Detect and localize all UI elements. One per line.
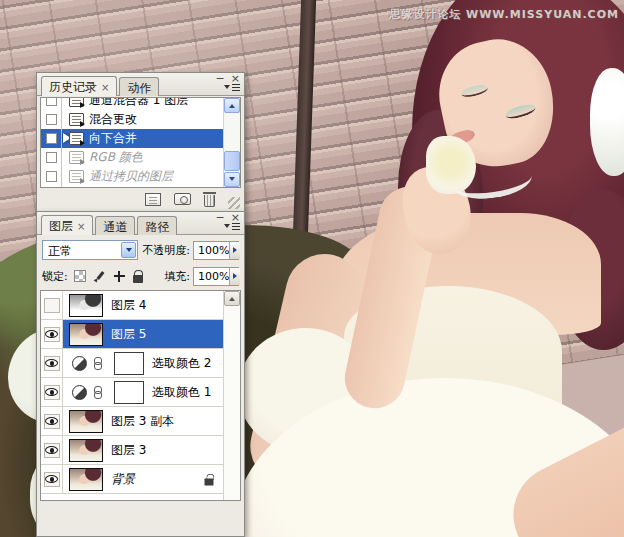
visibility-toggle-empty[interactable] <box>44 298 60 313</box>
layer-name: 图层 3 副本 <box>111 413 174 430</box>
history-source-checkbox[interactable] <box>46 152 57 163</box>
new-document-from-state-icon[interactable] <box>145 193 161 206</box>
layer-thumbnail[interactable] <box>69 468 103 491</box>
chevron-down-icon[interactable] <box>121 242 136 258</box>
resize-grip[interactable] <box>228 197 240 209</box>
history-state-label: 通道混合器 1 图层 <box>89 97 188 109</box>
layer-thumbnail[interactable] <box>69 294 103 317</box>
history-state-icon <box>69 113 84 126</box>
history-scrollbar[interactable] <box>223 98 240 187</box>
blend-mode-select[interactable]: 正常 <box>42 240 138 260</box>
history-state-row[interactable]: RGB 颜色 <box>41 148 223 167</box>
tab-history[interactable]: 历史记录 × <box>41 76 117 96</box>
background-layer-row[interactable]: 背景 <box>41 465 223 494</box>
history-source-checkbox[interactable] <box>46 114 57 125</box>
tab-close-icon[interactable]: × <box>77 221 85 232</box>
layer-name: 图层 3 <box>111 442 146 459</box>
history-state-label: 混合更改 <box>89 111 137 128</box>
history-source-checkbox[interactable] <box>46 133 57 144</box>
history-source-checkbox[interactable] <box>46 171 57 182</box>
fill-input[interactable]: 100% <box>193 267 239 286</box>
visibility-toggle[interactable] <box>44 356 60 371</box>
blend-mode-value: 正常 <box>48 244 72 258</box>
panel-menu-icon[interactable] <box>224 221 240 231</box>
history-list: 通道混合器 1 图层 混合更改 向下合并 RGB 颜色 <box>40 97 241 188</box>
eye-icon <box>45 330 58 338</box>
eye-icon <box>45 388 58 396</box>
eye-icon <box>45 359 58 367</box>
visibility-toggle[interactable] <box>44 385 60 400</box>
adjustment-layer-row[interactable]: 选取颜色 1 <box>41 378 223 407</box>
eye-icon <box>45 475 58 483</box>
history-state-icon <box>69 151 84 164</box>
history-state-row[interactable]: 混合更改 <box>41 110 223 129</box>
history-state-label: 向下合并 <box>89 130 137 147</box>
tab-actions[interactable]: 动作 <box>119 77 159 96</box>
slider-arrow-icon[interactable] <box>229 268 240 285</box>
history-panel-footer <box>40 188 241 210</box>
layer-mask-thumbnail[interactable] <box>114 352 144 375</box>
link-mask-icon[interactable] <box>94 386 102 399</box>
tab-channels[interactable]: 通道 <box>95 216 135 235</box>
history-state-row[interactable]: 通过拷贝的图层 <box>41 167 223 186</box>
layer-name: 背景 <box>111 471 135 488</box>
adjustment-layer-icon[interactable] <box>72 356 87 371</box>
layers-panel-header: − × 图层 × 通道 路径 <box>37 212 244 235</box>
scroll-up-icon[interactable] <box>224 98 240 113</box>
layer-thumbnail[interactable] <box>69 323 103 346</box>
layer-row-selected[interactable]: 图层 5 <box>41 320 223 349</box>
history-state-row-selected[interactable]: 向下合并 <box>41 129 223 148</box>
visibility-toggle[interactable] <box>44 414 60 429</box>
layers-scrollbar[interactable] <box>223 291 240 500</box>
tab-paths[interactable]: 路径 <box>137 216 177 235</box>
tab-close-icon[interactable]: × <box>101 82 109 93</box>
history-state-icon <box>69 132 84 145</box>
opacity-label: 不透明度: <box>142 243 190 258</box>
lock-pixels-icon[interactable] <box>93 270 106 283</box>
layer-row[interactable]: 图层 3 副本 <box>41 407 223 436</box>
eye-icon <box>45 446 58 454</box>
scroll-up-icon[interactable] <box>224 291 240 306</box>
tab-layers-label: 图层 <box>49 218 73 235</box>
history-state-icon <box>69 170 84 183</box>
tab-paths-label: 路径 <box>145 219 169 236</box>
lock-all-icon[interactable] <box>133 275 143 283</box>
layer-row[interactable]: 图层 4 <box>41 291 223 320</box>
eye-icon <box>45 417 58 425</box>
layers-list: 图层 4 图层 5 选取颜色 2 <box>40 290 241 501</box>
adjustment-layer-row[interactable]: 选取颜色 2 <box>41 349 223 378</box>
layer-row[interactable]: 图层 3 <box>41 436 223 465</box>
history-panel-header: − × 历史记录 × 动作 <box>37 73 244 96</box>
tab-actions-label: 动作 <box>127 80 151 97</box>
photoshop-workspace: 思缘设计论坛 WWW.MISSYUAN.COM − × 历史记录 × 动作 <box>0 0 624 537</box>
scrollbar-thumb[interactable] <box>224 151 240 171</box>
layer-mask-thumbnail[interactable] <box>114 381 144 404</box>
adjustment-layer-icon[interactable] <box>72 385 87 400</box>
layers-panel: − × 图层 × 通道 路径 正常 不透明度 <box>36 211 245 537</box>
tab-history-label: 历史记录 <box>49 79 97 96</box>
scroll-down-icon[interactable] <box>224 172 240 187</box>
lock-position-icon[interactable] <box>113 270 126 283</box>
layer-thumbnail[interactable] <box>69 439 103 462</box>
history-state-icon <box>69 97 84 107</box>
layer-thumbnail[interactable] <box>69 410 103 433</box>
delete-state-icon[interactable] <box>204 195 215 207</box>
fill-value: 100% <box>198 270 229 283</box>
lock-transparency-icon[interactable] <box>74 270 86 282</box>
tab-layers[interactable]: 图层 × <box>41 215 93 235</box>
visibility-toggle[interactable] <box>44 327 60 342</box>
opacity-value: 100% <box>198 244 229 257</box>
new-snapshot-icon[interactable] <box>174 193 191 205</box>
opacity-input[interactable]: 100% <box>193 241 239 260</box>
link-mask-icon[interactable] <box>94 357 102 370</box>
history-state-row[interactable]: 通道混合器 1 图层 <box>41 97 223 110</box>
panel-menu-icon[interactable] <box>224 82 240 92</box>
watermark: 思缘设计论坛 WWW.MISSYUAN.COM <box>389 7 619 22</box>
blend-mode-row: 正常 不透明度: 100% <box>42 238 239 262</box>
visibility-toggle[interactable] <box>44 443 60 458</box>
lock-row: 锁定: 填充: 100% <box>42 264 239 288</box>
history-source-checkbox[interactable] <box>46 97 57 106</box>
slider-arrow-icon[interactable] <box>229 242 240 259</box>
visibility-toggle[interactable] <box>44 472 60 487</box>
layer-lock-icon <box>205 478 214 485</box>
